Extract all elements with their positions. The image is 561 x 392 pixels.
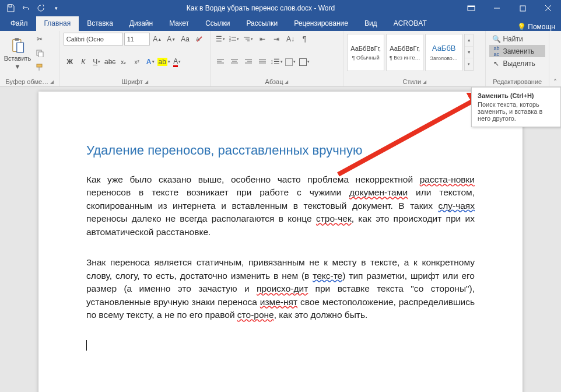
window-controls: [458, 0, 561, 16]
minimize-icon[interactable]: [484, 0, 510, 16]
increase-indent-icon[interactable]: ⇥: [270, 33, 283, 46]
text-effects-icon[interactable]: A: [144, 55, 157, 68]
underline-icon[interactable]: Ч: [90, 55, 103, 68]
svg-text:A: A: [196, 36, 199, 42]
change-case-icon[interactable]: Aa: [179, 33, 192, 46]
multilevel-icon[interactable]: [242, 33, 255, 46]
heading: Удаление переносов, расставленных вручну…: [86, 143, 475, 158]
cursor-line: [86, 340, 475, 352]
group-editing-label: Редактирование: [493, 78, 542, 85]
svg-rect-0: [9, 5, 12, 7]
paragraph-2: Знак переноса является статичным, привяз…: [86, 256, 475, 321]
page[interactable]: Удаление переносов, расставленных вручну…: [38, 92, 523, 392]
tell-me[interactable]: 💡Помощн: [517, 23, 555, 31]
paste-button[interactable]: Вставить ▼: [3, 33, 31, 75]
styles-scroll[interactable]: ▲▼▾: [464, 34, 474, 71]
close-icon[interactable]: [535, 0, 561, 16]
dialog-launcher-icon[interactable]: ◢: [423, 79, 426, 85]
style-no-spacing[interactable]: АаБбВвГг,¶ Без инте…: [386, 34, 423, 71]
qat-customize-icon[interactable]: ▾: [49, 1, 63, 15]
group-editing: 🔍Найти abacЗаменить ↖Выделить Редактиров…: [486, 31, 549, 86]
font-color-icon[interactable]: A: [171, 55, 184, 68]
save-icon[interactable]: [3, 1, 17, 15]
group-paragraph: ☰ 12 ⇤ ⇥ A↓ ¶ ↕☰ Абзац◢: [211, 31, 343, 86]
select-button[interactable]: ↖Выделить: [489, 57, 545, 69]
tooltip-body: Поиск текста, которь заменить, и вставка…: [478, 101, 542, 122]
styles-more-icon[interactable]: ▾: [465, 58, 473, 71]
replace-button[interactable]: abacЗаменить: [489, 45, 545, 57]
font-name-combo[interactable]: Calibri (Осно: [64, 33, 123, 46]
group-font: Calibri (Осно 11 A▲ A▼ Aa A Ж К Ч abc x₂…: [60, 31, 211, 86]
svg-rect-8: [15, 38, 19, 41]
undo-icon[interactable]: [19, 1, 33, 15]
redo-icon[interactable]: [34, 1, 48, 15]
svg-rect-2: [468, 6, 475, 7]
tab-file[interactable]: Файл: [2, 16, 36, 31]
bold-icon[interactable]: Ж: [64, 55, 76, 68]
sort-icon[interactable]: A↓: [284, 33, 297, 46]
collapse-ribbon-icon[interactable]: ˄: [549, 31, 561, 90]
quick-access-toolbar: ▾: [0, 1, 63, 15]
cut-icon[interactable]: ✂: [33, 33, 46, 46]
svg-text:2: 2: [229, 38, 231, 42]
tab-view[interactable]: Вид: [356, 16, 385, 31]
dialog-launcher-icon[interactable]: ◢: [50, 79, 54, 85]
group-styles: АаБбВвГг,¶ Обычный АаБбВвГг,¶ Без инте… …: [343, 31, 486, 86]
svg-rect-4: [520, 6, 525, 11]
search-icon: 🔍: [492, 35, 500, 43]
ribbon: Вставить ▼ ✂ Буфер обме…◢ Calibri (Осно …: [0, 31, 561, 87]
style-normal[interactable]: АаБбВвГг,¶ Обычный: [347, 34, 384, 71]
line-spacing-icon[interactable]: ↕☰: [270, 55, 283, 68]
align-right-icon[interactable]: [242, 55, 255, 68]
format-painter-icon[interactable]: [33, 61, 46, 74]
grow-font-icon[interactable]: A▲: [151, 33, 164, 46]
dialog-launcher-icon[interactable]: ◢: [285, 79, 288, 85]
copy-icon[interactable]: [33, 47, 46, 60]
replace-icon: abac: [492, 47, 500, 55]
chevron-down-icon: ▼: [15, 63, 21, 70]
tab-design[interactable]: Дизайн: [121, 16, 161, 31]
tab-acrobat[interactable]: ACROBAT: [385, 16, 435, 31]
style-heading1[interactable]: АаБбВЗаголово…: [425, 34, 462, 71]
svg-rect-11: [38, 52, 43, 57]
strike-icon[interactable]: abc: [104, 55, 117, 68]
tooltip-replace: Заменить (Ctrl+H) Поиск текста, которь з…: [471, 87, 561, 127]
window-title: Как в Ворде убрать перенос слов.docx - W…: [63, 4, 458, 12]
show-marks-icon[interactable]: ¶: [298, 33, 311, 46]
decrease-indent-icon[interactable]: ⇤: [256, 33, 269, 46]
svg-rect-12: [37, 64, 42, 67]
tab-insert[interactable]: Вставка: [79, 16, 121, 31]
subscript-icon[interactable]: x₂: [117, 55, 130, 68]
borders-icon[interactable]: [298, 55, 311, 68]
clear-format-icon[interactable]: A: [193, 33, 206, 46]
group-paragraph-label: Абзац: [265, 78, 283, 85]
tab-references[interactable]: Ссылки: [197, 16, 238, 31]
scroll-down-icon[interactable]: ▼: [465, 47, 473, 59]
bullets-icon[interactable]: ☰: [214, 33, 227, 46]
tell-me-label: Помощн: [528, 23, 555, 31]
numbering-icon[interactable]: 12: [228, 33, 241, 46]
align-left-icon[interactable]: [214, 55, 227, 68]
dialog-launcher-icon[interactable]: ◢: [145, 79, 148, 85]
justify-icon[interactable]: [256, 55, 269, 68]
tab-layout[interactable]: Макет: [161, 16, 197, 31]
scroll-up-icon[interactable]: ▲: [465, 34, 473, 47]
tab-mailings[interactable]: Рассылки: [238, 16, 286, 31]
tab-home[interactable]: Главная: [36, 16, 79, 31]
tooltip-title: Заменить (Ctrl+H): [478, 92, 555, 99]
shading-icon[interactable]: [284, 55, 297, 68]
group-clipboard-label: Буфер обме…: [6, 78, 49, 85]
highlight-icon[interactable]: ab: [157, 55, 170, 68]
ribbon-options-icon[interactable]: [458, 0, 484, 16]
shrink-font-icon[interactable]: A▼: [165, 33, 178, 46]
cursor-icon: ↖: [492, 60, 500, 68]
align-center-icon[interactable]: [228, 55, 241, 68]
text-cursor: [86, 340, 87, 351]
find-button[interactable]: 🔍Найти: [489, 33, 545, 45]
superscript-icon[interactable]: x²: [131, 55, 143, 68]
maximize-icon[interactable]: [510, 0, 535, 16]
ribbon-tabs: Файл Главная Вставка Дизайн Макет Ссылки…: [0, 16, 561, 31]
tab-review[interactable]: Рецензирование: [286, 16, 356, 31]
italic-icon[interactable]: К: [77, 55, 90, 68]
font-size-combo[interactable]: 11: [124, 33, 150, 46]
